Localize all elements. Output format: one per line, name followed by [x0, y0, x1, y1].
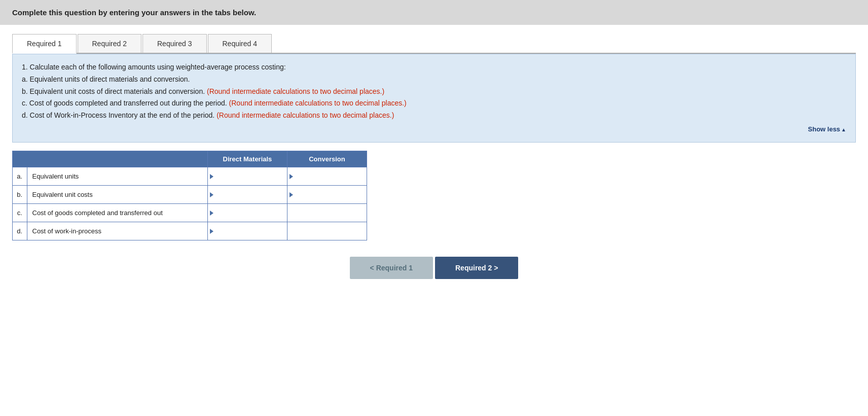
table-header-empty	[13, 151, 208, 167]
tab-required-3[interactable]: Required 3	[142, 34, 207, 53]
row-d-conversion-input[interactable]	[287, 222, 367, 240]
tab-required-4[interactable]: Required 4	[208, 34, 272, 53]
row-a-direct-materials-input[interactable]	[208, 167, 287, 185]
row-b-label: Equivalent unit costs	[27, 186, 207, 204]
row-c-direct-materials-input[interactable]	[208, 204, 287, 222]
info-line-2: a. Equivalent units of direct materials …	[22, 74, 846, 86]
triangle-icon	[210, 174, 213, 179]
row-b-direct-materials-cell[interactable]	[207, 186, 287, 204]
info-line-5: d. Cost of Work-in-Process Inventory at …	[22, 110, 846, 122]
row-d-direct-materials-input[interactable]	[208, 222, 287, 240]
info-line-1: 1. Calculate each of the following amoun…	[22, 61, 846, 74]
tab-required-1[interactable]: Required 1	[12, 34, 77, 54]
row-b-direct-materials-input[interactable]	[208, 186, 287, 203]
triangle-icon	[210, 192, 213, 197]
table-header-direct-materials: Direct Materials	[207, 151, 287, 167]
triangle-icon	[290, 174, 293, 179]
row-d-letter: d.	[13, 222, 27, 240]
row-c-conversion-input[interactable]	[287, 204, 367, 222]
row-d-label: Cost of work-in-process	[27, 222, 207, 240]
row-c-direct-materials-cell[interactable]	[207, 204, 287, 222]
triangle-icon	[210, 211, 213, 216]
table-row: b. Equivalent unit costs	[13, 186, 367, 204]
row-d-conversion-cell[interactable]	[287, 222, 367, 240]
triangle-icon	[210, 229, 213, 234]
row-d-direct-materials-cell[interactable]	[207, 222, 287, 240]
header-text: Complete this question by entering your …	[12, 8, 256, 17]
info-line-4: c. Cost of goods completed and transferr…	[22, 97, 846, 110]
arrow-up-icon: ▲	[841, 127, 846, 132]
row-a-direct-materials-cell[interactable]	[207, 167, 287, 186]
row-c-letter: c.	[13, 204, 27, 222]
next-button[interactable]: Required 2 >	[435, 257, 518, 279]
tab-required-2[interactable]: Required 2	[78, 34, 142, 53]
table-header-conversion: Conversion	[287, 151, 367, 167]
row-a-conversion-input[interactable]	[287, 167, 367, 185]
row-b-letter: b.	[13, 186, 27, 204]
info-box: 1. Calculate each of the following amoun…	[12, 54, 856, 143]
data-table: Direct Materials Conversion a. Equivalen…	[12, 151, 367, 240]
row-b-conversion-cell[interactable]	[287, 186, 367, 204]
row-c-label: Cost of goods completed and transferred …	[27, 204, 207, 222]
table-row: d. Cost of work-in-process	[13, 222, 367, 240]
row-a-letter: a.	[13, 167, 27, 186]
main-content: Required 1 Required 2 Required 3 Require…	[0, 34, 868, 291]
row-b-conversion-input[interactable]	[287, 186, 367, 203]
nav-buttons: < Required 1 Required 2 >	[12, 257, 856, 279]
table-row: a. Equivalent units	[13, 167, 367, 186]
prev-button[interactable]: < Required 1	[350, 257, 433, 279]
show-less-button[interactable]: Show less▲	[22, 124, 846, 135]
row-c-conversion-cell[interactable]	[287, 204, 367, 222]
info-line-3: b. Equivalent unit costs of direct mater…	[22, 86, 846, 98]
tabs-container: Required 1 Required 2 Required 3 Require…	[12, 34, 856, 54]
triangle-icon	[290, 192, 293, 197]
page-header: Complete this question by entering your …	[0, 0, 868, 25]
row-a-conversion-cell[interactable]	[287, 167, 367, 186]
row-a-label: Equivalent units	[27, 167, 207, 186]
table-row: c. Cost of goods completed and transferr…	[13, 204, 367, 222]
